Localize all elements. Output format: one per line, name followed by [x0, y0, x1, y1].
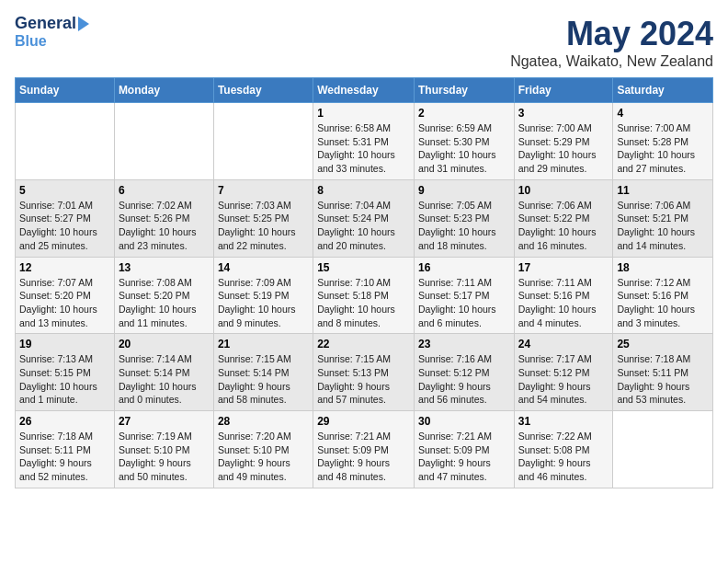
day-number: 9: [418, 184, 510, 197]
day-number: 14: [218, 261, 309, 274]
location-title: Ngatea, Waikato, New Zealand: [510, 53, 713, 70]
day-number: 1: [317, 107, 410, 120]
day-number: 23: [418, 338, 510, 350]
calendar-cell: 12Sunrise: 7:07 AM Sunset: 5:20 PM Dayli…: [16, 257, 115, 334]
calendar-cell: 25Sunrise: 7:18 AM Sunset: 5:11 PM Dayli…: [613, 334, 713, 411]
day-content: Sunrise: 7:08 AM Sunset: 5:20 PM Dayligh…: [119, 276, 210, 330]
calendar-cell: 27Sunrise: 7:19 AM Sunset: 5:10 PM Dayli…: [114, 411, 213, 488]
day-number: 24: [518, 338, 609, 350]
calendar-cell: 2Sunrise: 6:59 AM Sunset: 5:30 PM Daylig…: [414, 103, 514, 180]
day-content: Sunrise: 7:04 AM Sunset: 5:24 PM Dayligh…: [317, 199, 410, 253]
calendar-header-row: SundayMondayTuesdayWednesdayThursdayFrid…: [16, 78, 713, 103]
day-content: Sunrise: 7:03 AM Sunset: 5:25 PM Dayligh…: [218, 199, 309, 253]
calendar-cell: 20Sunrise: 7:14 AM Sunset: 5:14 PM Dayli…: [114, 334, 213, 411]
day-number: 3: [518, 107, 609, 120]
calendar-cell: 22Sunrise: 7:15 AM Sunset: 5:13 PM Dayli…: [313, 334, 415, 411]
day-content: Sunrise: 7:10 AM Sunset: 5:18 PM Dayligh…: [317, 276, 410, 330]
calendar-cell: 14Sunrise: 7:09 AM Sunset: 5:19 PM Dayli…: [213, 257, 313, 334]
calendar-cell: 11Sunrise: 7:06 AM Sunset: 5:21 PM Dayli…: [613, 179, 713, 257]
header-day-monday: Monday: [114, 78, 213, 103]
week-row-5: 26Sunrise: 7:18 AM Sunset: 5:11 PM Dayli…: [16, 411, 713, 488]
day-number: 30: [418, 415, 510, 428]
day-number: 31: [518, 415, 609, 428]
calendar-cell: [114, 103, 213, 180]
calendar-cell: [213, 103, 313, 180]
calendar-cell: 28Sunrise: 7:20 AM Sunset: 5:10 PM Dayli…: [213, 411, 313, 488]
day-number: 28: [218, 415, 309, 428]
calendar-cell: 4Sunrise: 7:00 AM Sunset: 5:28 PM Daylig…: [613, 103, 713, 180]
day-number: 13: [119, 261, 210, 274]
day-content: Sunrise: 7:18 AM Sunset: 5:11 PM Dayligh…: [617, 352, 709, 407]
week-row-4: 19Sunrise: 7:13 AM Sunset: 5:15 PM Dayli…: [16, 334, 713, 411]
day-number: 17: [518, 261, 609, 274]
day-content: Sunrise: 7:06 AM Sunset: 5:21 PM Dayligh…: [617, 199, 709, 253]
calendar-cell: 10Sunrise: 7:06 AM Sunset: 5:22 PM Dayli…: [514, 179, 613, 257]
day-number: 21: [218, 338, 309, 350]
header-day-saturday: Saturday: [613, 78, 713, 103]
calendar-cell: 29Sunrise: 7:21 AM Sunset: 5:09 PM Dayli…: [313, 411, 415, 488]
day-content: Sunrise: 7:14 AM Sunset: 5:14 PM Dayligh…: [119, 352, 210, 407]
header-day-wednesday: Wednesday: [313, 78, 415, 103]
day-content: Sunrise: 7:02 AM Sunset: 5:26 PM Dayligh…: [119, 199, 210, 253]
header-day-friday: Friday: [514, 78, 613, 103]
day-number: 22: [317, 338, 410, 350]
day-content: Sunrise: 7:05 AM Sunset: 5:23 PM Dayligh…: [418, 199, 510, 253]
day-content: Sunrise: 7:06 AM Sunset: 5:22 PM Dayligh…: [518, 199, 609, 253]
day-content: Sunrise: 7:11 AM Sunset: 5:17 PM Dayligh…: [418, 276, 510, 330]
calendar-cell: 1Sunrise: 6:58 AM Sunset: 5:31 PM Daylig…: [313, 103, 415, 180]
day-content: Sunrise: 7:01 AM Sunset: 5:27 PM Dayligh…: [19, 199, 110, 253]
day-content: Sunrise: 7:21 AM Sunset: 5:09 PM Dayligh…: [317, 430, 410, 484]
day-content: Sunrise: 7:16 AM Sunset: 5:12 PM Dayligh…: [418, 352, 510, 407]
day-content: Sunrise: 7:21 AM Sunset: 5:09 PM Dayligh…: [418, 430, 510, 484]
logo: General Blue: [15, 15, 89, 49]
calendar-cell: 15Sunrise: 7:10 AM Sunset: 5:18 PM Dayli…: [313, 257, 415, 334]
header-day-sunday: Sunday: [16, 78, 115, 103]
logo-arrow-icon: [78, 17, 89, 31]
week-row-2: 5Sunrise: 7:01 AM Sunset: 5:27 PM Daylig…: [16, 179, 713, 257]
day-number: 27: [119, 415, 210, 428]
header-day-tuesday: Tuesday: [213, 78, 313, 103]
day-content: Sunrise: 7:00 AM Sunset: 5:28 PM Dayligh…: [617, 121, 709, 176]
day-content: Sunrise: 7:07 AM Sunset: 5:20 PM Dayligh…: [19, 276, 110, 330]
calendar-cell: 9Sunrise: 7:05 AM Sunset: 5:23 PM Daylig…: [414, 179, 514, 257]
calendar-cell: 18Sunrise: 7:12 AM Sunset: 5:16 PM Dayli…: [613, 257, 713, 334]
day-content: Sunrise: 7:20 AM Sunset: 5:10 PM Dayligh…: [218, 430, 309, 484]
header-day-thursday: Thursday: [414, 78, 514, 103]
calendar-cell: 6Sunrise: 7:02 AM Sunset: 5:26 PM Daylig…: [114, 179, 213, 257]
day-number: 26: [19, 415, 110, 428]
calendar-cell: 26Sunrise: 7:18 AM Sunset: 5:11 PM Dayli…: [16, 411, 115, 488]
day-content: Sunrise: 7:15 AM Sunset: 5:13 PM Dayligh…: [317, 352, 410, 407]
day-content: Sunrise: 7:09 AM Sunset: 5:19 PM Dayligh…: [218, 276, 309, 330]
page-header: General Blue May 2024 Ngatea, Waikato, N…: [15, 15, 713, 70]
logo-blue: Blue: [15, 33, 47, 50]
calendar-cell: [613, 411, 713, 488]
calendar-cell: [16, 103, 115, 180]
day-content: Sunrise: 7:15 AM Sunset: 5:14 PM Dayligh…: [218, 352, 309, 407]
calendar-cell: 13Sunrise: 7:08 AM Sunset: 5:20 PM Dayli…: [114, 257, 213, 334]
calendar-cell: 5Sunrise: 7:01 AM Sunset: 5:27 PM Daylig…: [16, 179, 115, 257]
day-content: Sunrise: 7:18 AM Sunset: 5:11 PM Dayligh…: [19, 430, 110, 484]
calendar-cell: 3Sunrise: 7:00 AM Sunset: 5:29 PM Daylig…: [514, 103, 613, 180]
week-row-1: 1Sunrise: 6:58 AM Sunset: 5:31 PM Daylig…: [16, 103, 713, 180]
calendar-cell: 24Sunrise: 7:17 AM Sunset: 5:12 PM Dayli…: [514, 334, 613, 411]
day-number: 18: [617, 261, 709, 274]
day-content: Sunrise: 7:22 AM Sunset: 5:08 PM Dayligh…: [518, 430, 609, 484]
logo-text: General: [15, 15, 76, 33]
day-number: 19: [19, 338, 110, 350]
day-content: Sunrise: 7:00 AM Sunset: 5:29 PM Dayligh…: [518, 121, 609, 176]
week-row-3: 12Sunrise: 7:07 AM Sunset: 5:20 PM Dayli…: [16, 257, 713, 334]
day-content: Sunrise: 6:58 AM Sunset: 5:31 PM Dayligh…: [317, 121, 410, 176]
day-content: Sunrise: 7:13 AM Sunset: 5:15 PM Dayligh…: [19, 352, 110, 407]
day-number: 16: [418, 261, 510, 274]
day-number: 11: [617, 184, 709, 197]
day-content: Sunrise: 7:11 AM Sunset: 5:16 PM Dayligh…: [518, 276, 609, 330]
calendar-cell: 17Sunrise: 7:11 AM Sunset: 5:16 PM Dayli…: [514, 257, 613, 334]
day-number: 10: [518, 184, 609, 197]
day-number: 2: [418, 107, 510, 120]
day-number: 8: [317, 184, 410, 197]
calendar-table: SundayMondayTuesdayWednesdayThursdayFrid…: [15, 77, 713, 488]
day-content: Sunrise: 7:19 AM Sunset: 5:10 PM Dayligh…: [119, 430, 210, 484]
day-number: 7: [218, 184, 309, 197]
month-title: May 2024: [510, 15, 713, 53]
calendar-cell: 23Sunrise: 7:16 AM Sunset: 5:12 PM Dayli…: [414, 334, 514, 411]
